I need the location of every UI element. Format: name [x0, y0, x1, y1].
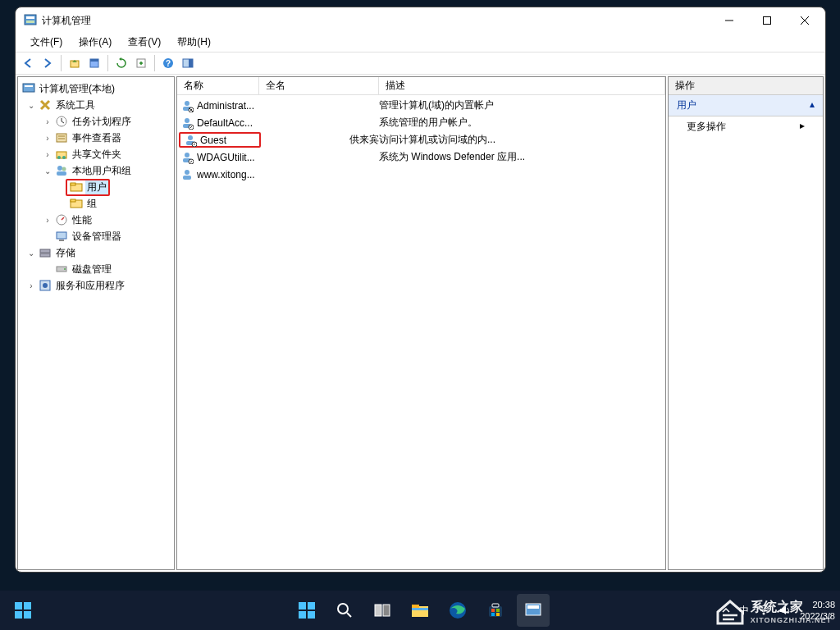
svg-point-46 — [188, 135, 193, 140]
edge-button[interactable] — [441, 594, 474, 627]
user-list[interactable]: Administrat... 管理计算机(域)的内置帐户 DefaultAcc.… — [177, 95, 665, 569]
tree-device-manager[interactable]: 设备管理器 — [20, 228, 172, 244]
svg-rect-33 — [59, 240, 64, 241]
svg-rect-68 — [412, 608, 428, 610]
tree-storage[interactable]: ⌄ 存储 — [20, 244, 172, 261]
show-hide-button[interactable] — [179, 54, 197, 72]
navigation-tree[interactable]: 计算机管理(本地) ⌄ 系统工具 › 任务计划程序 › 事件查看器 › 共享文件… — [17, 76, 175, 570]
list-item[interactable]: DefaultAcc... 系统管理的用户帐户。 — [177, 114, 665, 131]
clock[interactable]: 20:38 2022/3/8 — [800, 599, 835, 622]
svg-rect-59 — [308, 602, 315, 609]
maximize-button[interactable] — [748, 8, 786, 33]
search-button[interactable] — [328, 594, 361, 627]
svg-rect-70 — [489, 606, 502, 617]
tree-groups[interactable]: 组 — [20, 195, 172, 212]
actions-section[interactable]: 用户 ▴ — [669, 95, 823, 116]
tree-users[interactable]: 用户 — [20, 179, 172, 195]
list-item[interactable]: Guest 供来宾访问计算机或访问域的内... — [177, 131, 665, 148]
ime-icon[interactable]: 中 — [739, 604, 749, 618]
menu-help[interactable]: 帮助(H) — [169, 34, 219, 52]
menu-file[interactable]: 文件(F) — [22, 34, 71, 52]
tree-task-scheduler[interactable]: › 任务计划程序 — [20, 113, 172, 130]
toolbar-separator — [107, 55, 108, 71]
expand-icon[interactable]: › — [43, 134, 52, 143]
taskview-button[interactable] — [366, 594, 399, 627]
svg-text:?: ? — [166, 59, 171, 68]
menu-action[interactable]: 操作(A) — [71, 34, 120, 52]
collapse-icon[interactable]: ⌄ — [26, 249, 36, 258]
list-item[interactable]: Administrat... 管理计算机(域)的内置帐户 — [177, 97, 665, 114]
clock-icon — [55, 115, 68, 128]
properties-button[interactable] — [85, 54, 103, 72]
computer-management-window: 计算机管理 文件(F) 操作(A) 查看(V) 帮助(H) ? 计算机管理(本地… — [15, 7, 826, 573]
tree-performance[interactable]: › 性能 — [20, 212, 172, 228]
list-item[interactable]: WDAGUtilit... 系统为 Windows Defender 应用... — [177, 148, 665, 166]
forward-button[interactable] — [39, 54, 57, 72]
svg-rect-9 — [90, 59, 98, 62]
tree-root[interactable]: 计算机管理(本地) — [20, 80, 172, 97]
compmgmt-button[interactable] — [517, 594, 550, 627]
tree-disk-management[interactable]: 磁盘管理 — [20, 261, 172, 277]
back-button[interactable] — [19, 54, 37, 72]
minimize-button[interactable] — [710, 8, 748, 33]
tree-local-users-groups[interactable]: ⌄ 本地用户和组 — [20, 162, 172, 179]
svg-rect-34 — [40, 249, 50, 253]
titlebar[interactable]: 计算机管理 — [16, 7, 825, 34]
close-button[interactable] — [786, 8, 824, 33]
expand-icon[interactable]: › — [26, 281, 36, 290]
expand-icon[interactable]: › — [43, 150, 52, 159]
col-fullname[interactable]: 全名 — [259, 77, 379, 94]
collapse-icon[interactable]: ⌄ — [43, 167, 52, 176]
explorer-button[interactable] — [404, 594, 436, 627]
users-icon — [55, 164, 68, 177]
svg-rect-74 — [491, 613, 495, 616]
start-button[interactable] — [7, 594, 39, 627]
export-button[interactable] — [132, 54, 150, 72]
expand-icon[interactable]: ⌄ — [26, 101, 36, 110]
svg-rect-65 — [383, 605, 390, 616]
start-button-center[interactable] — [290, 594, 323, 627]
col-desc[interactable]: 描述 — [379, 77, 665, 94]
svg-point-37 — [64, 268, 66, 270]
collapse-icon[interactable]: ▴ — [810, 98, 815, 112]
svg-rect-4 — [764, 17, 771, 25]
svg-rect-72 — [491, 609, 495, 612]
taskbar[interactable]: 中 20:38 2022/3/8 — [0, 591, 840, 630]
tree-shared-folders[interactable]: › 共享文件夹 — [20, 146, 172, 162]
action-more[interactable]: 更多操作 ▸ — [669, 116, 823, 137]
chevron-right-icon: ▸ — [800, 120, 805, 134]
tree-event-viewer[interactable]: › 事件查看器 — [20, 130, 172, 146]
svg-rect-60 — [299, 611, 306, 619]
tray-chevron-icon[interactable] — [721, 605, 731, 615]
perf-icon — [55, 213, 68, 226]
svg-rect-56 — [15, 611, 22, 619]
menubar: 文件(F) 操作(A) 查看(V) 帮助(H) — [16, 34, 825, 52]
tree-system-tools[interactable]: ⌄ 系统工具 — [20, 97, 172, 113]
refresh-button[interactable] — [112, 54, 130, 72]
list-header[interactable]: 名称 全名 描述 — [177, 77, 665, 95]
system-tray[interactable]: 中 20:38 2022/3/8 — [721, 599, 835, 622]
toolbar-separator — [61, 55, 62, 71]
svg-rect-2 — [26, 21, 34, 23]
svg-point-62 — [338, 604, 348, 614]
list-item[interactable]: www.xitong... — [177, 166, 665, 183]
expand-icon[interactable]: › — [43, 117, 52, 126]
svg-rect-16 — [25, 85, 33, 87]
col-name[interactable]: 名称 — [177, 77, 259, 94]
toolbar-separator — [154, 55, 155, 71]
menu-view[interactable]: 查看(V) — [120, 34, 169, 52]
up-button[interactable] — [66, 54, 84, 72]
svg-rect-67 — [412, 605, 419, 608]
svg-point-43 — [185, 118, 189, 123]
svg-rect-14 — [189, 59, 193, 67]
disk-icon — [55, 262, 68, 276]
store-button[interactable] — [479, 594, 512, 627]
help-button[interactable]: ? — [159, 54, 177, 72]
wifi-icon[interactable] — [757, 605, 770, 616]
event-icon — [55, 131, 68, 144]
volume-icon[interactable] — [778, 605, 792, 616]
svg-rect-75 — [496, 613, 500, 616]
expand-icon[interactable]: › — [43, 216, 52, 225]
tree-services-apps[interactable]: › 服务和应用程序 — [20, 277, 172, 294]
user-disabled-icon — [180, 151, 194, 164]
